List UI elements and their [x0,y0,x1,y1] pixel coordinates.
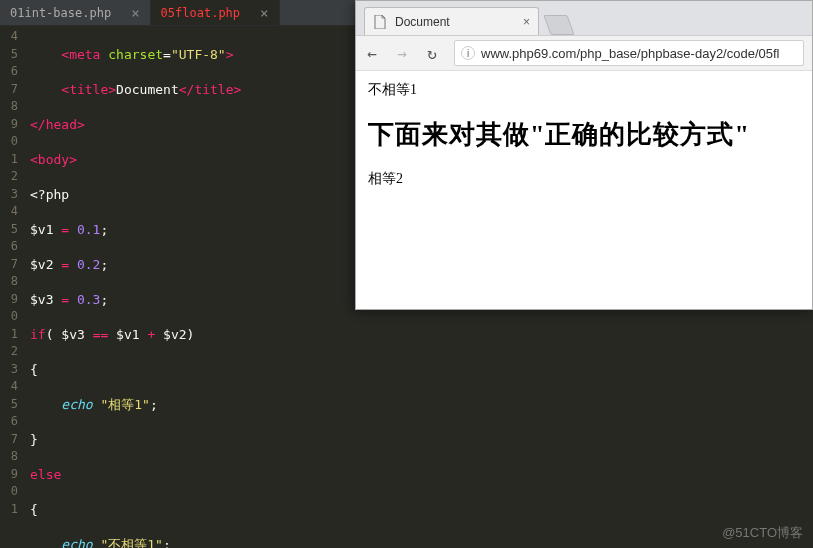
line-number: 6 [0,413,18,431]
watermark: @51CTO博客 [722,524,803,542]
line-number: 5 [0,221,18,239]
line-number: 6 [0,63,18,81]
line-number: 0 [0,308,18,326]
line-number: 7 [0,431,18,449]
line-number: 7 [0,81,18,99]
line-number: 9 [0,116,18,134]
line-number: 5 [0,396,18,414]
line-number: 3 [0,361,18,379]
browser-toolbar: ← → ↻ i www.php69.com/php_base/phpbase-d… [356,35,812,71]
line-number: 3 [0,186,18,204]
output-heading: 下面来对其做"正确的比较方式" [368,117,800,152]
line-number: 1 [0,501,18,519]
editor-tab-active[interactable]: 05float.php × [151,0,280,25]
forward-icon[interactable]: → [394,44,410,63]
back-icon[interactable]: ← [364,44,380,63]
line-number: 4 [0,378,18,396]
editor-tab[interactable]: 01int-base.php × [0,0,151,25]
line-number: 9 [0,291,18,309]
line-number: 7 [0,256,18,274]
line-number: 2 [0,168,18,186]
line-number: 4 [0,203,18,221]
line-number: 0 [0,483,18,501]
line-number: 6 [0,238,18,256]
line-number: 0 [0,133,18,151]
output-line: 相等2 [368,170,800,188]
line-number: 1 [0,326,18,344]
browser-tab-strip: Document × [356,1,812,35]
tab-label: 01int-base.php [10,6,111,20]
line-number: 1 [0,151,18,169]
new-tab-button[interactable] [543,15,574,35]
url-text: www.php69.com/php_base/phpbase-day2/code… [481,46,780,61]
close-icon[interactable]: × [131,5,139,21]
output-line: 不相等1 [368,81,800,99]
line-number: 8 [0,98,18,116]
line-number: 5 [0,46,18,64]
browser-window: Document × ← → ↻ i www.php69.com/php_bas… [355,0,813,310]
browser-viewport: 不相等1 下面来对其做"正确的比较方式" 相等2 [356,71,812,309]
line-number: 9 [0,466,18,484]
browser-tab-title: Document [395,15,450,29]
reload-icon[interactable]: ↻ [424,44,440,63]
line-number: 8 [0,448,18,466]
line-number: 4 [0,28,18,46]
line-number: 8 [0,273,18,291]
info-icon[interactable]: i [461,46,475,60]
close-icon[interactable]: × [260,5,268,21]
line-gutter: 4 5 6 7 8 9 0 1 2 3 4 5 6 7 8 9 0 1 2 3 … [0,26,22,548]
line-number: 2 [0,343,18,361]
close-icon[interactable]: × [523,15,530,29]
browser-tab[interactable]: Document × [364,7,539,35]
tab-label: 05float.php [161,6,240,20]
page-icon [373,14,387,30]
address-bar[interactable]: i www.php69.com/php_base/phpbase-day2/co… [454,40,804,66]
